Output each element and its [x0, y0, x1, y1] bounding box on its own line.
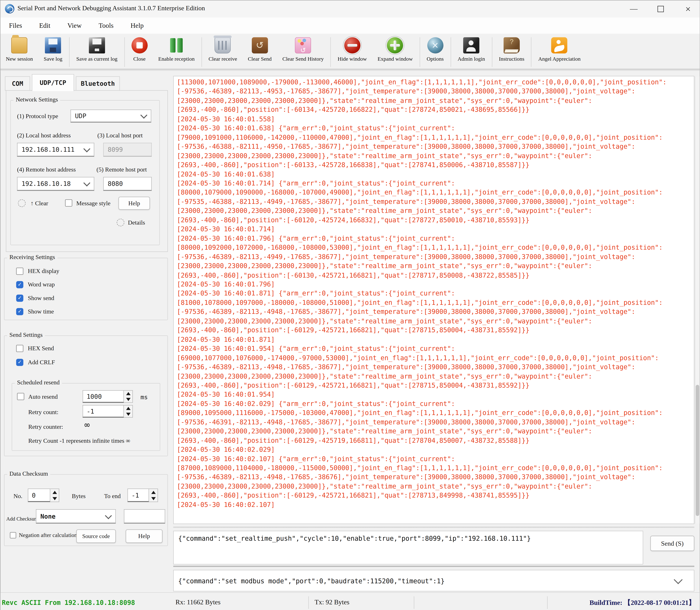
toolbar-clear-receive-button[interactable]: Clear receive: [203, 37, 242, 62]
retry-count-stepper[interactable]: -1: [83, 405, 133, 418]
chevron-down-icon[interactable]: [674, 575, 683, 584]
log-scrollbar-thumb[interactable]: [696, 385, 699, 516]
toolbar-save-as-current-log-button[interactable]: Save as current log: [71, 37, 123, 62]
toolbar-hide-window-button[interactable]: Hide window: [332, 37, 372, 62]
toolbar-admin-login-button[interactable]: Admin login: [452, 37, 490, 62]
word-wrap-checkbox[interactable]: ✓Word wrap: [16, 281, 54, 288]
negation-checkbox[interactable]: [10, 532, 16, 539]
step-up-icon[interactable]: [124, 391, 132, 397]
toolbar-enable-reception-button[interactable]: Enable reception: [153, 37, 200, 62]
checked-icon[interactable]: ✓: [16, 281, 23, 288]
source-code-button[interactable]: Source code: [76, 529, 116, 543]
splitter[interactable]: [173, 527, 694, 528]
toolbar-separator: [201, 37, 202, 67]
checksum-no-value[interactable]: 0: [28, 488, 50, 502]
statusbar-divider: [414, 596, 414, 609]
enable-reception-icon: [168, 37, 184, 53]
chevron-down-icon: [105, 512, 112, 519]
add-checksum-select[interactable]: None: [36, 509, 116, 524]
tab-com[interactable]: COM: [5, 76, 30, 91]
checked-icon[interactable]: ✓: [16, 308, 23, 315]
toolbar-save-log-button[interactable]: Save log: [38, 37, 68, 62]
menu-help[interactable]: Help: [122, 22, 152, 29]
toolbar-close-button[interactable]: Close: [126, 37, 153, 62]
menu-edit[interactable]: Edit: [31, 22, 59, 29]
step-down-icon[interactable]: [124, 397, 132, 402]
local-host-port-input[interactable]: 8099: [103, 143, 152, 157]
remote-host-address-select[interactable]: 192.168.10.18: [17, 177, 94, 191]
step-down-icon[interactable]: [149, 495, 158, 502]
add-checksum-label: Add Checksum: [6, 516, 38, 521]
retry-count-label: Retry count:: [28, 408, 58, 416]
retry-count-value[interactable]: -1: [83, 405, 124, 418]
details-button[interactable]: Details: [128, 219, 145, 226]
step-down-icon[interactable]: [124, 411, 132, 417]
message-style-checkbox[interactable]: [65, 199, 72, 207]
checkbox-label: Add CRLF: [28, 359, 55, 366]
checksum-help-button[interactable]: Help: [126, 529, 162, 543]
auto-resend-checkbox[interactable]: [17, 393, 25, 400]
toolbar-label: Admin login: [458, 56, 485, 62]
show-time-checkbox[interactable]: ✓Show time: [16, 308, 54, 315]
checksum-extra-input[interactable]: [124, 509, 165, 524]
checked-icon[interactable]: ✓: [16, 359, 23, 366]
local-host-address-value: 192.168.10.111: [21, 146, 75, 153]
local-host-address-select[interactable]: 192.168.10.111: [17, 143, 94, 157]
send-input[interactable]: {"command":"set_realtime_push","cycle":1…: [173, 531, 643, 564]
protocol-type-select[interactable]: UDP: [70, 110, 151, 123]
checksum-to-end-stepper[interactable]: -1: [127, 488, 158, 502]
close-icon[interactable]: ×: [675, 1, 700, 18]
clear-counter-button[interactable]: ↑ Clear: [31, 200, 48, 207]
checksum-to-end-value[interactable]: -1: [127, 488, 149, 502]
unchecked-icon[interactable]: [16, 345, 23, 352]
checksum-no-stepper[interactable]: 0: [28, 488, 59, 502]
tab-bluetooth[interactable]: Bluetooth: [76, 76, 120, 91]
add-crlf-checkbox[interactable]: ✓Add CRLF: [16, 359, 55, 366]
checked-icon[interactable]: ✓: [16, 294, 23, 302]
network-help-button[interactable]: Help: [118, 197, 150, 210]
resend-interval-stepper[interactable]: 1000: [83, 390, 133, 403]
minimize-icon[interactable]: —: [621, 1, 646, 18]
toolbar-angel-appreciation-button[interactable]: Angel Appreciation: [533, 37, 586, 62]
tab-udp-tcp[interactable]: UDP/TCP: [32, 74, 74, 91]
step-up-icon[interactable]: [50, 489, 59, 495]
status-bar: Revc ASCII From 192.168.10.18:8098 Rx: 1…: [1, 592, 700, 610]
send-history-input[interactable]: {"command":"set modbus mode","port":0,"b…: [173, 570, 694, 591]
resend-interval-value[interactable]: 1000: [83, 390, 124, 403]
unchecked-icon[interactable]: [16, 268, 23, 275]
checkbox-label: HEX Send: [28, 345, 54, 352]
receive-log-text: [113000,1071000,1089000,-179000,-113000,…: [174, 76, 694, 509]
receiving-settings-group: Receiving Settings HEX display✓Word wrap…: [4, 258, 168, 320]
toolbar-new-session-button[interactable]: New session: [1, 37, 38, 62]
toolbar-separator: [451, 37, 451, 67]
step-up-icon[interactable]: [124, 405, 132, 411]
show-send-checkbox[interactable]: ✓Show send: [16, 294, 54, 302]
admin-login-icon: [463, 37, 479, 53]
maximize-icon[interactable]: [648, 1, 673, 18]
log-scrollbar[interactable]: [695, 76, 700, 524]
menu-bar: FilesEditViewToolsHelp: [1, 17, 700, 34]
receive-log-area[interactable]: [113000,1071000,1089000,-179000,-113000,…: [173, 76, 694, 524]
toolbar-clear-send-button[interactable]: Clear Send: [242, 37, 277, 62]
splitter[interactable]: [173, 566, 694, 567]
step-down-icon[interactable]: [50, 495, 59, 502]
toolbar-options-button[interactable]: Options: [421, 37, 449, 62]
add-checksum-value: None: [40, 513, 56, 520]
remote-host-port-input[interactable]: 8080: [103, 177, 152, 191]
toolbar-clear-send-history-button[interactable]: Clear Send History: [277, 37, 329, 62]
menu-tools[interactable]: Tools: [90, 22, 122, 29]
menu-files[interactable]: Files: [1, 22, 31, 29]
hex-send-checkbox[interactable]: HEX Send: [16, 345, 54, 352]
hex-display-checkbox[interactable]: HEX display: [16, 268, 59, 275]
toolbar-separator: [492, 37, 492, 67]
toolbar-expand-window-button[interactable]: Expand window: [372, 37, 418, 62]
send-button[interactable]: Send (S): [650, 536, 694, 551]
network-settings-title: Network Settings: [13, 96, 60, 103]
toolbar-separator: [531, 37, 532, 67]
toolbar-instructions-button[interactable]: Instructions: [493, 37, 530, 62]
step-up-icon[interactable]: [149, 489, 158, 495]
clear-send-history-icon: [295, 37, 311, 53]
menu-view[interactable]: View: [59, 22, 90, 29]
options-icon: [427, 37, 443, 53]
data-checksum-title: Data Checksum: [7, 470, 50, 477]
